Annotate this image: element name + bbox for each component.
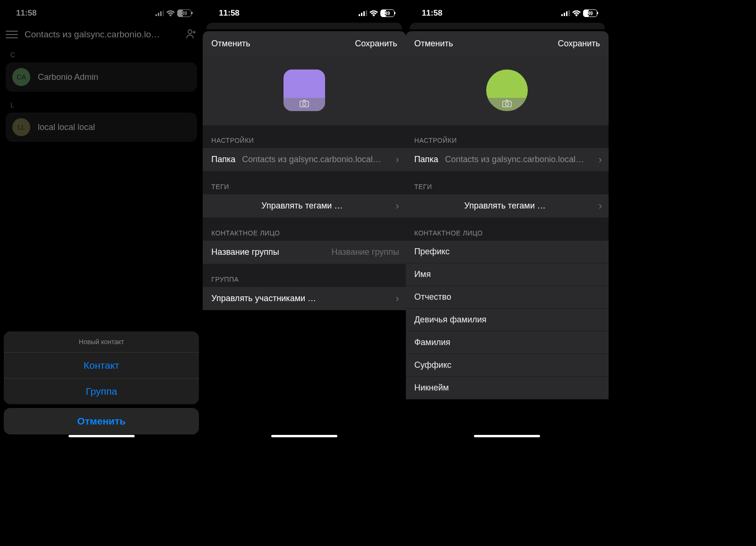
svg-rect-6 — [361, 13, 362, 16]
battery-icon: 39 — [380, 9, 395, 17]
screen-new-group: 11:58 39 Отменить Сохранить НАСТРОЙКИ Па… — [203, 0, 405, 440]
status-time: 11:58 — [219, 9, 239, 18]
signal-icon — [155, 10, 164, 16]
manage-tags-row[interactable]: Управлять тегами … › — [203, 194, 405, 218]
firstname-field[interactable]: Имя — [406, 263, 609, 286]
section-settings-label: НАСТРОЙКИ — [203, 125, 405, 148]
page-title: Contacts из galsync.carbonio.lo… — [25, 29, 179, 40]
signal-icon — [561, 10, 570, 16]
svg-rect-7 — [363, 11, 365, 16]
contact-row[interactable]: LL local local local — [6, 113, 197, 142]
contact-name: local local local — [38, 122, 95, 132]
sheet-cancel-button[interactable]: Отменить — [4, 408, 199, 434]
cancel-button[interactable]: Отменить — [414, 39, 453, 49]
svg-rect-8 — [366, 10, 367, 16]
screen-contacts-list: 11:58 39 Contacts из galsync.carbonio.lo… — [0, 0, 203, 440]
folder-row[interactable]: Папка Contacts из galsync.carbonio.local… — [203, 148, 405, 172]
home-indicator[interactable] — [69, 435, 135, 437]
avatar: CA — [12, 68, 30, 86]
svg-rect-13 — [566, 11, 567, 16]
status-time: 11:58 — [16, 9, 36, 18]
lastname-field[interactable]: Фамилия — [406, 331, 609, 354]
modal-header: Отменить Сохранить — [406, 31, 609, 55]
svg-rect-3 — [163, 10, 164, 16]
wifi-icon — [369, 10, 378, 17]
add-contact-icon[interactable] — [186, 28, 197, 41]
folder-value: Contacts из galsync.carbonio.local… — [242, 155, 393, 165]
folder-label: Папка — [211, 155, 235, 165]
svg-point-4 — [188, 30, 192, 34]
folder-value: Contacts из galsync.carbonio.local… — [445, 155, 596, 165]
prefix-field[interactable]: Префикс — [406, 241, 609, 263]
svg-rect-5 — [359, 14, 360, 16]
home-indicator[interactable] — [271, 435, 337, 437]
menu-icon[interactable] — [6, 31, 18, 38]
section-settings-label: НАСТРОЙКИ — [406, 125, 609, 148]
sheet-option-contact[interactable]: Контакт — [4, 353, 199, 379]
section-letter-l: L — [0, 96, 203, 113]
svg-point-16 — [506, 103, 509, 106]
modal-header: Отменить Сохранить — [203, 31, 405, 55]
folder-label: Папка — [414, 155, 438, 165]
home-indicator[interactable] — [474, 435, 540, 437]
section-contact-label: КОНТАКТНОЕ ЛИЦО — [406, 218, 609, 241]
status-bar: 11:58 39 — [0, 0, 203, 23]
contact-photo-placeholder — [486, 69, 528, 111]
status-bar: 11:58 39 — [406, 0, 609, 23]
status-time: 11:58 — [422, 9, 442, 18]
svg-rect-12 — [564, 13, 565, 16]
save-button[interactable]: Сохранить — [558, 39, 600, 49]
group-name-label: Название группы — [211, 247, 279, 257]
wifi-icon — [166, 10, 175, 17]
battery-icon: 39 — [583, 9, 597, 17]
signal-icon — [359, 10, 367, 16]
suffix-field[interactable]: Суффикс — [406, 354, 609, 377]
section-contact-label: КОНТАКТНОЕ ЛИЦО — [203, 218, 405, 241]
svg-rect-14 — [568, 10, 570, 16]
manage-members-label: Управлять участниками … — [211, 294, 386, 303]
contact-name: Carbonio Admin — [38, 72, 98, 82]
manage-members-row[interactable]: Управлять участниками … › — [203, 287, 405, 310]
manage-tags-row[interactable]: Управлять тегами … › — [406, 194, 609, 218]
nickname-field[interactable]: Никнейм — [406, 377, 609, 399]
photo-picker[interactable] — [406, 55, 609, 125]
action-sheet: Новый контакт Контакт Группа Отменить — [4, 331, 199, 434]
contact-row[interactable]: CA Carbonio Admin — [6, 62, 197, 92]
svg-rect-11 — [561, 14, 563, 16]
save-button[interactable]: Сохранить — [355, 39, 397, 49]
group-name-row[interactable]: Название группы Название группы — [203, 241, 405, 264]
sheet-option-group[interactable]: Группа — [4, 379, 199, 404]
svg-rect-0 — [155, 14, 157, 16]
camera-icon — [300, 100, 309, 109]
svg-rect-2 — [160, 11, 162, 16]
section-tags-label: ТЕГИ — [203, 172, 405, 194]
camera-icon — [502, 100, 512, 109]
avatar: LL — [12, 118, 30, 136]
manage-tags-label: Управлять тегами … — [414, 201, 596, 211]
cancel-button[interactable]: Отменить — [211, 39, 250, 49]
screen-new-contact: 11:58 39 Отменить Сохранить НАСТРОЙКИ Па… — [406, 0, 609, 440]
maidenname-field[interactable]: Девичья фамилия — [406, 309, 609, 331]
section-tags-label: ТЕГИ — [406, 172, 609, 194]
section-group-label: ГРУППА — [203, 264, 405, 287]
section-letter-c: C — [0, 46, 203, 62]
sheet-title: Новый контакт — [4, 331, 199, 353]
folder-row[interactable]: Папка Contacts из galsync.carbonio.local… — [406, 148, 609, 172]
manage-tags-label: Управлять тегами … — [211, 201, 393, 211]
status-bar: 11:58 39 — [203, 0, 405, 23]
middlename-field[interactable]: Отчество — [406, 286, 609, 309]
svg-rect-1 — [158, 13, 159, 16]
battery-icon: 39 — [177, 9, 191, 17]
svg-point-10 — [302, 103, 306, 106]
group-photo-placeholder — [284, 69, 325, 111]
contacts-header: Contacts из galsync.carbonio.lo… — [0, 23, 203, 46]
photo-picker[interactable] — [203, 55, 405, 125]
group-name-input[interactable]: Название группы — [286, 247, 399, 257]
wifi-icon — [572, 10, 581, 17]
